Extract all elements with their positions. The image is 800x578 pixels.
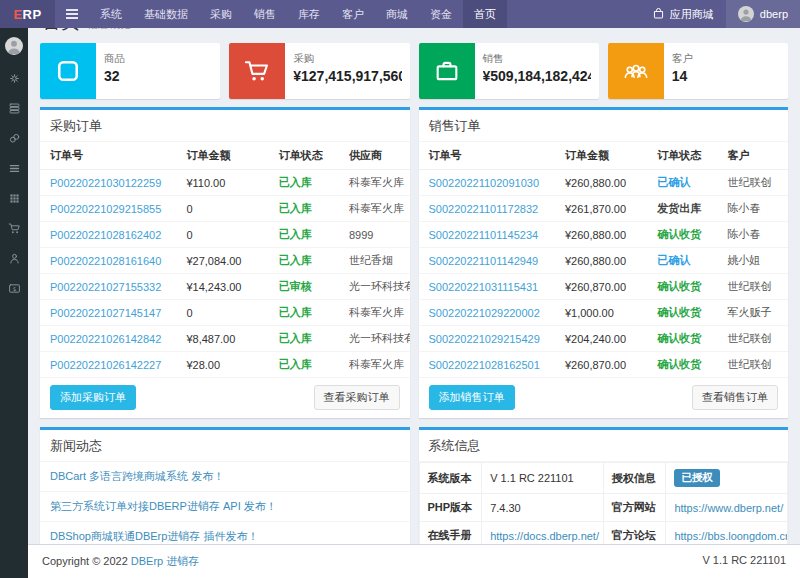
nav-item[interactable]: 采购 (199, 0, 243, 28)
app-store-link[interactable]: 应用商城 (640, 0, 726, 28)
orders-table: 订单号订单金额订单状态供应商P00220221030122259¥110.00已… (40, 142, 410, 378)
funds-icon[interactable]: $ (7, 281, 21, 295)
add-sales-order-button[interactable]: 添加销售订单 (429, 385, 515, 410)
order-party: 科泰军火库 (343, 300, 410, 326)
order-number-link[interactable]: P00220221028161640 (50, 255, 161, 267)
database-icon[interactable] (7, 101, 21, 115)
table-row: S00220221031115431¥260,870.00确认收货世纪联创 (419, 274, 789, 300)
news-link[interactable]: DBShop商城联通DBErp进销存 插件发布！ (50, 530, 258, 542)
news-panel-title: 新闻动态 (40, 430, 410, 462)
inventory-grid-icon[interactable] (7, 191, 21, 205)
order-amount: 0 (180, 196, 272, 222)
system-info-row: PHP版本7.4.30官方网站https://www.dberp.net/ (419, 494, 788, 522)
nav-item[interactable]: 系统 (89, 0, 133, 28)
view-sales-orders-button[interactable]: 查看销售订单 (692, 385, 778, 410)
sidebar-user-avatar-icon[interactable] (5, 37, 23, 55)
system-info-label: 系统版本 (419, 463, 482, 494)
table-row: P00220221026142842¥8,487.00已入库光一环科技有限公司 (40, 326, 410, 352)
order-status: 确认收货 (657, 228, 701, 240)
user-avatar-icon (738, 6, 754, 22)
hamburger-icon[interactable] (55, 0, 89, 28)
column-header: 供应商 (343, 142, 410, 170)
order-number-link[interactable]: S00220221101142949 (429, 255, 539, 267)
order-number-link[interactable]: P00220221027155332 (50, 281, 161, 293)
external-link[interactable]: https://www.dberp.net/ (674, 502, 783, 514)
cart-icon[interactable] (7, 221, 21, 235)
shopping-bag-icon (652, 7, 665, 22)
order-status: 确认收货 (657, 280, 701, 292)
brand-link[interactable]: DBErp 进销存 (131, 555, 199, 567)
purchase-icon[interactable] (7, 131, 21, 145)
app-logo[interactable]: ERP (0, 0, 55, 28)
order-number-link[interactable]: S00220221101145234 (429, 229, 539, 241)
news-item: 第三方系统订单对接DBERP进销存 API 发布！ (40, 492, 410, 522)
settings-icon[interactable] (7, 71, 21, 85)
order-number-link[interactable]: P00220221026142842 (50, 333, 161, 345)
order-status: 已确认 (657, 176, 690, 188)
svg-text:$: $ (12, 285, 16, 291)
external-link[interactable]: https://docs.dberp.net/ (490, 530, 599, 542)
stat-card-value: 32 (104, 68, 212, 84)
order-amount: ¥110.00 (180, 170, 272, 196)
order-party: 世纪联创 (721, 326, 788, 352)
order-status: 已入库 (279, 228, 312, 240)
column-header: 客户 (721, 142, 788, 170)
system-panel-title: 系统信息 (419, 430, 789, 462)
nav-item[interactable]: 客户 (331, 0, 375, 28)
order-status: 已入库 (279, 202, 312, 214)
news-link[interactable]: DBCart 多语言跨境商城系统 发布！ (50, 470, 224, 482)
order-number-link[interactable]: P00220221029215855 (50, 203, 161, 215)
purchase-orders-panel: 采购订单 订单号订单金额订单状态供应商P00220221030122259¥11… (40, 107, 410, 418)
table-row: S00220221101145234¥260,880.00确认收货陈小春 (419, 222, 789, 248)
sales-list-icon[interactable] (7, 161, 21, 175)
news-link[interactable]: 第三方系统订单对接DBERP进销存 API 发布！ (50, 500, 277, 512)
nav-item[interactable]: 商城 (375, 0, 419, 28)
system-info-value: 7.4.30 (482, 494, 604, 522)
nav-item[interactable]: 首页 (463, 0, 507, 28)
nav-item[interactable]: 资金 (419, 0, 463, 28)
sales-briefcase-icon (419, 43, 475, 99)
purchase-panel-title: 采购订单 (40, 110, 410, 142)
authorized-badge: 已授权 (674, 469, 720, 487)
column-header: 订单号 (40, 142, 180, 170)
order-number-link[interactable]: S00220221031115431 (429, 281, 539, 293)
order-amount: ¥261,870.00 (559, 196, 651, 222)
table-row: S00220221101172832¥261,870.00发货出库陈小春 (419, 196, 789, 222)
column-header: 订单状态 (651, 142, 721, 170)
order-status: 已入库 (279, 254, 312, 266)
order-number-link[interactable]: P00220221030122259 (50, 177, 161, 189)
order-number-link[interactable]: S00220221029220002 (429, 307, 540, 319)
order-status: 已入库 (279, 358, 312, 370)
table-row: P00220221030122259¥110.00已入库科泰军火库 (40, 170, 410, 196)
stat-card-value: ¥127,415,917,560,032.0 (293, 68, 401, 84)
customers-group-icon (608, 43, 664, 99)
order-amount: 0 (180, 222, 272, 248)
nav-item[interactable]: 库存 (287, 0, 331, 28)
table-row: S00220221101142949¥260,880.00已确认姚小姐 (419, 248, 789, 274)
customer-icon[interactable] (7, 251, 21, 265)
user-menu[interactable]: dberp (726, 0, 800, 28)
add-purchase-order-button[interactable]: 添加采购订单 (50, 385, 136, 410)
order-number-link[interactable]: P00220221026142227 (50, 359, 161, 371)
stat-card-label: 采购 (293, 52, 401, 66)
stat-card-label: 销售 (483, 52, 591, 66)
view-purchase-orders-button[interactable]: 查看采购订单 (314, 385, 400, 410)
column-header: 订单金额 (180, 142, 272, 170)
order-number-link[interactable]: P00220221027145147 (50, 307, 161, 319)
order-status: 确认收货 (657, 358, 701, 370)
nav-item[interactable]: 基础数据 (133, 0, 199, 28)
external-link[interactable]: https://bbs.loongdom.cn/ (674, 530, 787, 542)
order-number-link[interactable]: P00220221028162402 (50, 229, 161, 241)
nav-item[interactable]: 销售 (243, 0, 287, 28)
order-number-link[interactable]: S00220221101172832 (429, 203, 539, 215)
order-party: 世纪联创 (721, 170, 788, 196)
table-row: S00220221028162501¥260,870.00确认收货世纪联创 (419, 352, 789, 378)
order-number-link[interactable]: S00220221028162501 (429, 359, 540, 371)
order-amount: ¥260,880.00 (559, 248, 651, 274)
logo-text-rp: RP (23, 7, 42, 22)
sidebar: $ (0, 28, 28, 578)
order-number-link[interactable]: S00220221029215429 (429, 333, 540, 345)
column-header: 订单状态 (273, 142, 343, 170)
order-number-link[interactable]: S00220221102091030 (429, 177, 540, 189)
order-status: 发货出库 (657, 202, 701, 214)
